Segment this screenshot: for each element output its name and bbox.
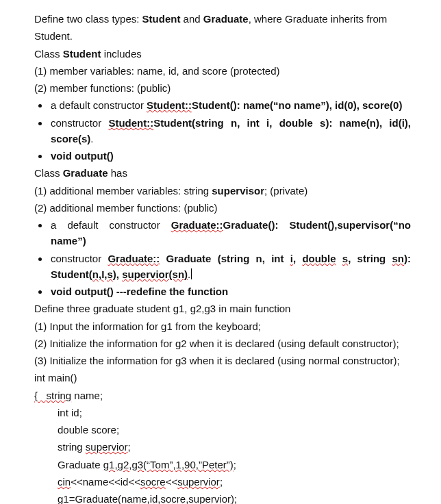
code-line: string supervior; [34,439,411,455]
text: ): [404,253,411,264]
list-item: void output() ---redefine the function [49,284,411,299]
keyword-graduate: Graduate [203,13,249,25]
param-supervior: supervior(sn) [122,268,188,280]
constructor-sig: Graduate (string n, int [166,253,290,264]
code-line: double score; [34,422,411,438]
list-item: a default constructor Graduate::Graduate… [49,217,411,249]
code-text: ; [220,476,223,488]
constructor-scope: Student:: [108,117,153,129]
list-item: void output() [49,148,411,164]
constructor-scope: Student:: [147,99,192,111]
code-text: g1=Graduate( [58,493,121,504]
main-desc-1: Define three graduate student g1, g2,g3 … [34,301,411,316]
func-output: void output() [51,150,114,162]
intro-line-2: Student. [34,28,411,44]
text-cursor [191,268,192,280]
code-line: { string name; [34,388,411,403]
keyword-graduate: Graduate [63,167,108,179]
list-item: constructor Graduate:: Graduate (string … [49,251,411,283]
param-sn: sn [392,253,405,264]
text: Student( [51,268,92,280]
text: (1) additional member variables: string [34,185,212,197]
constructor-scope: Graduate:: [108,253,160,264]
keyword-student: Student [142,13,181,25]
keyword-supervisor: supervisor [212,185,264,197]
text: and [180,13,203,25]
code-misspell-supervior: supervior [177,476,220,488]
func-output-redefine: void output() ---redefine the function [51,286,228,297]
code-text: ; [128,441,131,453]
document-page: Define two class types: Student and Grad… [0,0,441,504]
param-double: double [302,253,336,264]
keyword-student: Student [63,48,101,60]
text: has [108,167,127,179]
constructor-sig: Student(): name(“no name”), id(0), score… [192,99,403,111]
text: ), [113,268,122,280]
text: ; (private) [264,185,307,197]
code-line: g1=Graduate(name,id,socre,supervior); [34,491,411,504]
text: . [188,268,190,280]
text: a default constructor [51,219,171,231]
graduate-members-2: (2) additional member functions: (public… [34,200,411,216]
code-kw-string: string [38,390,71,401]
text: Class [34,48,63,60]
list-item: constructor Student::Student(string n, i… [49,115,411,147]
student-heading: Class Student includes [34,46,411,62]
text [336,253,342,264]
student-functions-list: a default constructor Student::Student()… [34,97,411,164]
text: Define two class types: [34,13,142,25]
param-s: s [342,253,348,264]
graduate-functions-list: a default constructor Graduate::Graduate… [34,217,411,299]
code-text: ); [231,493,237,504]
code-text: name; [71,390,103,401]
intro-line-1: Define two class types: Student and Grad… [34,11,411,27]
text: , where Graduate inherits from [249,13,388,25]
text [160,253,166,264]
text: , string [348,253,392,264]
code-text: ; [234,459,236,470]
text: Class [34,167,63,179]
code-declaration: g1,g2,g3(“Tom”,1,90,”Peter”) [103,459,234,470]
code-text: Graduate [58,459,103,470]
main-desc-4: (3) Initialize the information for g3 wh… [34,353,411,368]
text: , [293,253,302,264]
student-members-2: (2) member functions: (public) [34,80,411,96]
code-text: << [166,476,178,488]
text: includes [101,48,142,60]
code-line: int main() [34,370,411,386]
code-text: <<name<<id<< [71,476,140,488]
code-misspell-socre: socre [140,476,166,488]
code-line: int id; [34,405,411,420]
text: a default constructor [51,99,147,111]
code-misspell-supervior: supervior [86,441,128,453]
text: constructor [51,117,108,129]
code-text: string [58,441,86,453]
main-desc-3: (2) Initialize the information for g2 wh… [34,336,411,351]
text: . [90,133,93,144]
param-nls: n,I,s [92,268,113,280]
code-cin: cin [58,476,71,488]
code-line: cin<<name<<id<<socre<<supervior; [34,474,411,490]
code-line: Graduate g1,g2,g3(“Tom”,1,90,”Peter”); [34,457,411,473]
list-item: a default constructor Student::Student()… [49,97,411,113]
main-desc-2: (1) Input the information for g1 from th… [34,318,411,334]
graduate-members-1: (1) additional member variables: string … [34,183,411,199]
constructor-scope: Graduate:: [171,219,223,231]
code-args: name,id,socre,supervior [121,493,231,504]
student-members-1: (1) member variables: name, id, and scor… [34,63,411,79]
text: constructor [51,253,108,264]
graduate-heading: Class Graduate has [34,165,411,181]
